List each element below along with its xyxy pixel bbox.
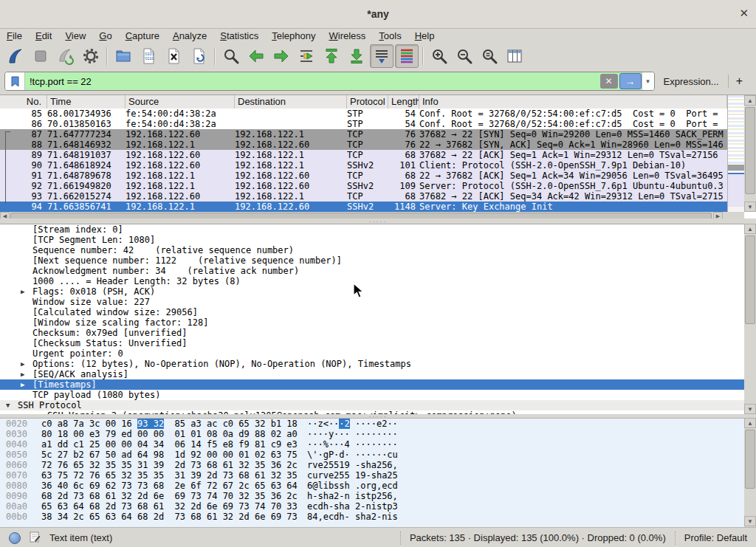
detail-line[interactable]: ▶[Timestamps] bbox=[0, 379, 744, 390]
zoom-in-button[interactable] bbox=[427, 44, 451, 68]
menu-edit[interactable]: Edit bbox=[29, 29, 58, 43]
detail-line[interactable]: ▶Options: (12 bytes), No-Operation (NOP)… bbox=[0, 359, 744, 369]
colorize-button[interactable] bbox=[395, 44, 419, 68]
column-header-length[interactable]: Length bbox=[388, 95, 419, 109]
menu-statistics[interactable]: Statistics bbox=[213, 29, 265, 43]
menu-tools[interactable]: Tools bbox=[372, 29, 408, 43]
go-forward-button[interactable] bbox=[269, 44, 293, 68]
go-first-button[interactable] bbox=[320, 44, 343, 68]
collapsed-arrow-icon[interactable]: ▶ bbox=[21, 379, 24, 390]
hex-row[interactable]: 007063 75 72 76 65 32 35 35 31 39 2d 73 … bbox=[0, 470, 744, 481]
collapsed-arrow-icon[interactable]: ▶ bbox=[21, 369, 24, 379]
zoom-100-button[interactable] bbox=[478, 44, 501, 68]
scroll-up-icon[interactable]: ▲ bbox=[744, 224, 756, 234]
file-save-button[interactable]: 01010110 bbox=[137, 44, 160, 68]
hex-row[interactable]: 0020c0 a8 7a 3c 00 16 93 32 85 a3 ac c0 … bbox=[0, 419, 744, 429]
filter-apply-button[interactable]: → bbox=[619, 73, 642, 89]
packet-row[interactable]: 9471.663856741192.168.122.1192.168.122.6… bbox=[0, 202, 727, 212]
detail-line[interactable]: ▶[SEQ/ACK analysis] bbox=[0, 369, 744, 379]
detail-line[interactable]: Acknowledgment number: 34 (relative ack … bbox=[0, 266, 744, 276]
packet-row[interactable]: 8871.648146932192.168.122.1192.168.122.6… bbox=[0, 140, 727, 150]
collapsed-arrow-icon[interactable]: ▶ bbox=[21, 286, 24, 297]
collapsed-arrow-icon[interactable]: ▶ bbox=[21, 359, 24, 369]
filter-clear-button[interactable]: ✕ bbox=[600, 74, 618, 89]
file-reload-button[interactable] bbox=[187, 44, 210, 68]
packet-row[interactable]: 8568.001734936fe:54:00:d4:38:2aSTP54Conf… bbox=[0, 109, 727, 119]
detail-line[interactable]: TCP payload (1080 bytes) bbox=[0, 390, 744, 400]
packet-row[interactable]: 9071.648618924192.168.122.60192.168.122.… bbox=[0, 160, 727, 171]
hex-row[interactable]: 00a065 63 64 68 2d 73 68 61 32 2d 6e 69 … bbox=[0, 501, 744, 512]
filter-text[interactable]: !tcp.port == 22 bbox=[25, 76, 600, 87]
expression-button[interactable]: Expression... bbox=[655, 76, 728, 87]
hex-row[interactable]: 0040a1 dd c1 25 00 00 04 34 06 14 f5 e8 … bbox=[0, 439, 744, 450]
menu-analyze[interactable]: Analyze bbox=[166, 29, 213, 43]
packet-row[interactable]: 8771.647777234192.168.122.60192.168.122.… bbox=[0, 129, 727, 140]
packet-row[interactable]: 9171.648789678192.168.122.1192.168.122.6… bbox=[0, 171, 727, 181]
packet-row[interactable]: 9371.662015274192.168.122.60192.168.122.… bbox=[0, 191, 727, 202]
hex-row[interactable]: 00b038 34 2c 65 63 64 68 2d 73 68 61 32 … bbox=[0, 512, 744, 522]
filter-dropdown-caret[interactable]: ▾ bbox=[642, 72, 654, 90]
detail-line[interactable]: [TCP Segment Len: 1080] bbox=[0, 235, 744, 245]
packet-minimap[interactable] bbox=[727, 95, 744, 212]
hex-row[interactable]: 009068 2d 73 68 61 32 2d 6e 69 73 74 70 … bbox=[0, 491, 744, 501]
detail-line[interactable]: [Checksum Status: Unverified] bbox=[0, 338, 744, 348]
status-profile[interactable]: Profile: Default bbox=[675, 531, 756, 545]
detail-line[interactable]: 1000 .... = Header Length: 32 bytes (8) bbox=[0, 276, 744, 286]
packet-list-vscrollbar[interactable]: ▲ ▼ bbox=[744, 95, 756, 212]
column-header-destination[interactable]: Destination bbox=[235, 95, 347, 109]
file-open-button[interactable] bbox=[111, 44, 135, 68]
hex-row[interactable]: 00505c 27 b2 67 50 ad 64 98 1d 92 00 00 … bbox=[0, 450, 744, 460]
capture-stop-button[interactable] bbox=[29, 44, 52, 68]
scroll-down-icon[interactable]: ▼ bbox=[744, 516, 756, 526]
hex-row[interactable]: 003080 18 00 e3 79 ed 00 00 01 01 08 0a … bbox=[0, 429, 744, 439]
packet-row[interactable]: 9271.661949820192.168.122.1192.168.122.6… bbox=[0, 181, 727, 191]
expert-info-icon[interactable] bbox=[9, 532, 21, 544]
resize-columns-button[interactable] bbox=[503, 44, 526, 68]
column-header-protocol[interactable]: Protocol bbox=[347, 95, 388, 109]
details-vscrollbar[interactable]: ▲ ▼ bbox=[744, 224, 756, 414]
filter-add-button[interactable]: + bbox=[729, 75, 752, 88]
menu-file[interactable]: File bbox=[0, 29, 29, 43]
detail-line[interactable]: Window size value: 227 bbox=[0, 297, 744, 307]
scroll-down-icon[interactable]: ▼ bbox=[744, 202, 756, 212]
detail-line[interactable]: [Window size scaling factor: 128] bbox=[0, 317, 744, 328]
auto-scroll-button[interactable] bbox=[370, 44, 394, 68]
zoom-out-button[interactable] bbox=[453, 44, 476, 68]
go-last-button[interactable] bbox=[345, 44, 368, 68]
detail-line[interactable]: Checksum: 0x79ed [unverified] bbox=[0, 328, 744, 338]
capture-comment-icon[interactable] bbox=[30, 531, 41, 545]
packet-row[interactable]: 8971.648191037192.168.122.60192.168.122.… bbox=[0, 150, 727, 160]
go-to-packet-button[interactable] bbox=[295, 44, 318, 68]
capture-restart-button[interactable] bbox=[54, 44, 78, 68]
scroll-thumb[interactable] bbox=[745, 430, 755, 489]
file-close-button[interactable] bbox=[162, 44, 185, 68]
go-back-button[interactable] bbox=[244, 44, 268, 68]
column-header-info[interactable]: Info bbox=[419, 95, 727, 109]
pane-splitter-top[interactable]: ····· bbox=[0, 219, 756, 224]
menu-telephony[interactable]: Telephony bbox=[265, 29, 322, 43]
column-header-time[interactable]: Time bbox=[47, 95, 126, 109]
hex-row[interactable]: 006072 76 65 32 35 35 31 39 2d 73 68 61 … bbox=[0, 460, 744, 470]
detail-line[interactable]: Urgent pointer: 0 bbox=[0, 348, 744, 359]
scroll-thumb[interactable] bbox=[745, 235, 755, 324]
expanded-arrow-icon[interactable]: ▼ bbox=[6, 400, 10, 410]
detail-line[interactable]: Sequence number: 42 (relative sequence n… bbox=[0, 245, 744, 255]
menu-wireless[interactable]: Wireless bbox=[323, 29, 373, 43]
capture-start-button[interactable] bbox=[4, 44, 27, 68]
filter-bookmark-icon[interactable] bbox=[5, 72, 25, 90]
column-header-no[interactable]: No. bbox=[0, 95, 47, 109]
packet-row[interactable]: 8670.013850163fe:54:00:d4:38:2aSTP54Conf… bbox=[0, 119, 727, 129]
hex-row[interactable]: 008036 40 6c 69 62 73 73 68 2e 6f 72 67 … bbox=[0, 481, 744, 491]
scroll-thumb[interactable] bbox=[745, 107, 755, 194]
window-close-icon[interactable]: ✕ bbox=[739, 7, 749, 20]
capture-options-button[interactable] bbox=[79, 44, 103, 68]
scroll-up-icon[interactable]: ▲ bbox=[744, 418, 756, 428]
display-filter-input[interactable]: !tcp.port == 22 ✕ → ▾ bbox=[4, 72, 655, 91]
column-header-source[interactable]: Source bbox=[126, 95, 235, 109]
detail-line[interactable]: [Next sequence number: 1122 (relative se… bbox=[0, 255, 744, 266]
scroll-down-icon[interactable]: ▼ bbox=[744, 404, 756, 414]
detail-line[interactable]: [Calculated window size: 29056] bbox=[0, 307, 744, 317]
menu-view[interactable]: View bbox=[58, 29, 92, 43]
detail-line[interactable]: [Stream index: 0] bbox=[0, 224, 744, 235]
bytes-vscrollbar[interactable]: ▲ ▼ bbox=[744, 418, 756, 526]
